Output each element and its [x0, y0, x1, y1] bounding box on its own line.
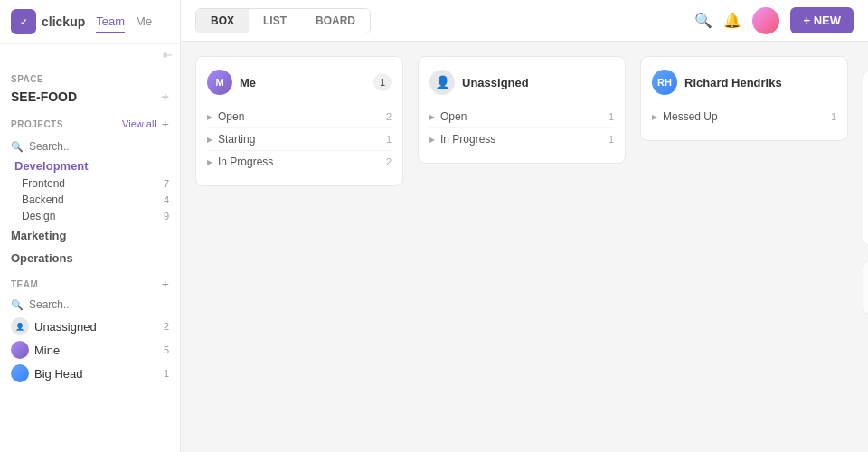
column-dinesh: DC Dinesh Chugtai ▶ Open 2 ▶ Starting 3 …	[863, 56, 868, 329]
card-unassigned: 👤 Unassigned ▶ Open 1 ▶ In Progress 1	[418, 56, 626, 164]
card-richard-header: RH Richard Hendriks	[652, 70, 836, 95]
chevron-icon: ▶	[207, 158, 212, 166]
user-avatar[interactable]	[752, 7, 779, 34]
projects-label: PROJECTS	[11, 119, 63, 129]
column-me: M Me 1 ▶ Open 2 ▶ Starting 1 ▶ In Progre…	[195, 56, 403, 201]
projects-header: PROJECTS View all +	[0, 111, 180, 137]
search-icon[interactable]: 🔍	[694, 12, 712, 29]
projects-add-button[interactable]: +	[162, 117, 169, 131]
column-unassigned: 👤 Unassigned ▶ Open 1 ▶ In Progress 1	[418, 56, 626, 178]
sidebar-item-backend[interactable]: Backend 4	[0, 192, 180, 208]
collapse-button[interactable]: ⇤	[163, 48, 173, 61]
tab-board[interactable]: BOARD	[301, 9, 370, 33]
me-badge: 1	[373, 73, 392, 91]
new-button[interactable]: + NEW	[790, 7, 854, 33]
me-row-starting[interactable]: ▶ Starting 1	[207, 128, 392, 151]
card-me-header: M Me 1	[207, 70, 392, 95]
card-dinesh: DC Dinesh Chugtai ▶ Open 2 ▶ Starting 3 …	[863, 71, 868, 246]
column-richard: RH Richard Hendriks ▶ Messed Up 1	[640, 56, 848, 155]
projects-search: 🔍	[0, 137, 180, 156]
card-me-title: Me	[240, 76, 366, 89]
sidebar-header: ✓ clickup Team Me	[0, 0, 180, 44]
team-add-button[interactable]: +	[162, 277, 169, 291]
bighead-avatar	[11, 364, 29, 382]
team-search-icon: 🔍	[11, 299, 24, 311]
richard-row-messedup[interactable]: ▶ Messed Up 1	[652, 106, 836, 127]
view-tabs: BOX LIST BOARD	[195, 8, 371, 33]
unassigned-avatar: 👤	[11, 317, 29, 335]
chevron-icon: ▶	[207, 113, 212, 121]
chevron-icon: ▶	[429, 136, 435, 144]
team-search-input[interactable]	[29, 298, 169, 311]
card-unassigned-header: 👤 Unassigned	[429, 70, 614, 95]
chevron-icon: ▶	[207, 136, 212, 144]
unassigned-row-inprogress[interactable]: ▶ In Progress 1	[429, 128, 614, 150]
projects-search-input[interactable]	[29, 140, 169, 153]
space-label: SPACE	[0, 65, 180, 88]
notification-icon[interactable]: 🔔	[723, 12, 741, 29]
card-richard: RH Richard Hendriks ▶ Messed Up 1	[640, 56, 848, 141]
team-label: TEAM	[11, 279, 38, 289]
sidebar: ✓ clickup Team Me ⇤ SPACE SEE-FOOD + PRO…	[0, 0, 181, 452]
unassigned-card-avatar: 👤	[429, 70, 455, 95]
topbar: BOX LIST BOARD 🔍 🔔 + NEW	[181, 0, 868, 42]
sidebar-item-design[interactable]: Design 9	[0, 208, 180, 224]
mine-avatar	[11, 341, 29, 359]
card-richard-title: Richard Hendriks	[684, 76, 836, 89]
space-add-icon[interactable]: +	[162, 89, 169, 104]
tab-box[interactable]: BOX	[196, 9, 249, 33]
nav-me[interactable]: Me	[136, 11, 152, 33]
projects-actions: View all +	[122, 117, 169, 131]
team-member-mine[interactable]: Mine 5	[0, 338, 180, 362]
view-all-link[interactable]: View all	[122, 118, 156, 129]
me-row-inprogress[interactable]: ▶ In Progress 2	[207, 151, 392, 173]
card-bottom-1	[863, 260, 868, 315]
chevron-icon: ▶	[652, 113, 657, 121]
cards-area: M Me 1 ▶ Open 2 ▶ Starting 1 ▶ In Progre…	[181, 42, 868, 452]
sidebar-item-marketing[interactable]: Marketing	[0, 224, 180, 247]
me-avatar: M	[207, 70, 232, 95]
team-header: TEAM +	[0, 269, 180, 295]
card-me: M Me 1 ▶ Open 2 ▶ Starting 1 ▶ In Progre…	[195, 56, 403, 186]
space-name: SEE-FOOD +	[0, 88, 180, 111]
sidebar-item-frontend[interactable]: Frontend 7	[0, 175, 180, 192]
card-unassigned-title: Unassigned	[462, 76, 614, 89]
nav-team[interactable]: Team	[96, 11, 125, 33]
logo-icon: ✓	[11, 9, 36, 34]
projects-search-icon: 🔍	[11, 141, 24, 153]
sidebar-item-development[interactable]: Development	[0, 156, 180, 175]
team-member-unassigned[interactable]: 👤 Unassigned 2	[0, 315, 180, 338]
unassigned-row-open[interactable]: ▶ Open 1	[429, 106, 614, 128]
tab-list[interactable]: LIST	[249, 9, 301, 33]
chevron-icon: ▶	[429, 113, 435, 121]
team-search: 🔍	[0, 295, 180, 315]
sidebar-item-operations[interactable]: Operations	[0, 247, 180, 269]
topbar-right: 🔍 🔔 + NEW	[694, 7, 854, 34]
logo-text: clickup	[42, 14, 85, 29]
team-member-bighead[interactable]: Big Head 1	[0, 362, 180, 385]
main-content: BOX LIST BOARD 🔍 🔔 + NEW M Me 1 ▶ Op	[181, 0, 868, 452]
me-row-open[interactable]: ▶ Open 2	[207, 106, 392, 128]
richard-avatar: RH	[652, 70, 677, 95]
